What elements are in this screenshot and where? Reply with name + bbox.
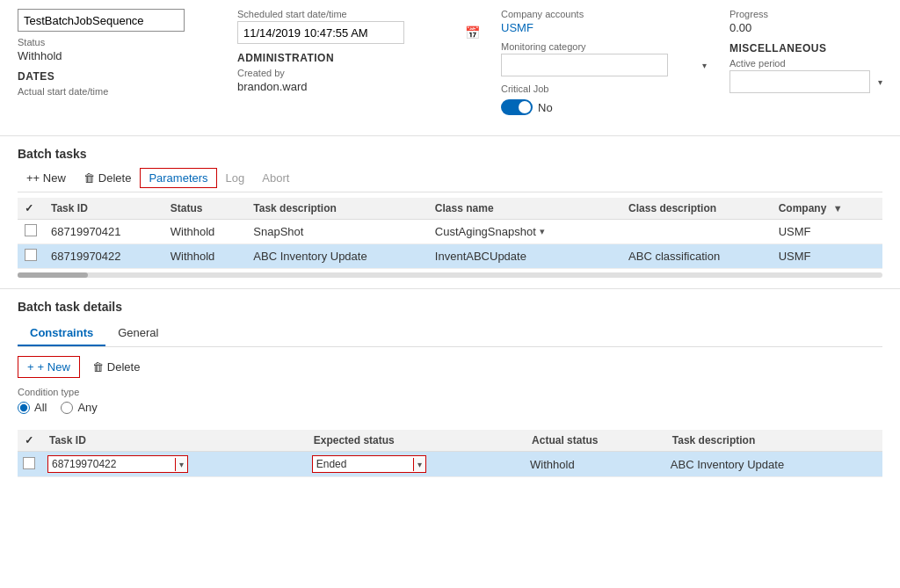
created-by-value: brandon.ward [237, 80, 483, 93]
col-task-id: Task ID [42, 430, 307, 452]
active-period-arrow-icon: ▾ [878, 77, 882, 87]
col-check: ✓ [18, 430, 42, 452]
critical-job-toggle[interactable] [501, 99, 533, 115]
radio-all-label: All [34, 401, 47, 414]
constraints-delete-button[interactable]: 🗑 Delete [83, 357, 149, 377]
critical-job-label: Critical Job [501, 83, 712, 94]
task-id-dropdown-arrow-icon[interactable]: ▾ [175, 458, 187, 471]
condition-type-radio-group: All Any [18, 401, 882, 414]
batch-delete-button[interactable]: 🗑 Delete [75, 168, 141, 188]
active-period-select[interactable] [729, 70, 870, 93]
scheduled-start-input[interactable] [237, 21, 404, 44]
critical-job-value: No [538, 101, 553, 114]
expected-status-arrow-icon[interactable]: ▾ [413, 458, 425, 471]
col-status: Status [163, 198, 247, 220]
col-company: Company ▼ [772, 198, 882, 220]
expected-status-value: Ended [313, 456, 413, 472]
radio-all[interactable]: All [18, 401, 47, 414]
class-dropdown-icon[interactable]: ▾ [540, 226, 545, 237]
batch-tasks-toolbar: + + New 🗑 Delete Parameters Log Abort [18, 168, 882, 192]
filter-icon[interactable]: ▼ [833, 203, 843, 214]
status-cell: Withhold [163, 244, 247, 269]
check-all-icon[interactable]: ✓ [25, 202, 33, 214]
radio-any[interactable]: Any [61, 401, 97, 414]
created-by-label: Created by [237, 68, 483, 78]
task-description-cell: ABC Inventory Update [665, 452, 882, 477]
table-row[interactable]: 68719970421 Withhold SnapShot CustAgingS… [18, 220, 882, 244]
row-checkbox[interactable] [23, 457, 35, 469]
company-value[interactable]: USMF [501, 21, 712, 34]
col-task-id: Task ID [44, 198, 163, 220]
batch-tasks-title: Batch tasks [18, 147, 882, 161]
col-task-description: Task description [246, 198, 428, 220]
col-spacer [604, 198, 621, 220]
condition-type-label: Condition type [18, 387, 882, 397]
status-label: Status [18, 37, 220, 47]
status-cell: Withhold [163, 220, 247, 244]
col-task-description: Task description [665, 430, 882, 452]
miscellaneous-header: MISCELLANEOUS [729, 42, 827, 54]
monitoring-label: Monitoring category [501, 41, 712, 52]
check-all-constraints-icon[interactable]: ✓ [25, 434, 33, 446]
batch-task-details-title: Batch task details [18, 300, 882, 314]
class-name-cell: InventABCUpdate [428, 244, 604, 269]
task-id-cell: 68719970421 [44, 220, 163, 244]
task-id-cell: 68719970422 [44, 244, 163, 269]
tab-general[interactable]: General [105, 321, 171, 346]
actual-status-cell: Withhold [525, 452, 665, 477]
company-label: Company accounts [501, 9, 712, 19]
constraints-table: ✓ Task ID Expected status Actual status … [18, 430, 882, 477]
batch-new-button[interactable]: + + New [18, 168, 75, 188]
status-value: Withhold [18, 49, 220, 62]
col-expected-status: Expected status [307, 430, 525, 452]
batch-log-button[interactable]: Log [217, 168, 254, 188]
plus-icon: + [27, 360, 34, 374]
progress-label: Progress [729, 9, 888, 19]
batch-tasks-table: ✓ Task ID Status Task description Class … [18, 198, 882, 269]
monitoring-arrow-icon: ▾ [702, 61, 707, 70]
class-desc-cell [621, 220, 772, 244]
col-class-name: Class name [428, 198, 604, 220]
col-checkbox: ✓ [18, 198, 44, 220]
table-row[interactable]: 68719970422 ▾ Ended ▾ Withhold ABC Inven… [18, 452, 882, 477]
constraints-toolbar: + + New 🗑 Delete [18, 356, 882, 378]
scrollbar-thumb[interactable] [18, 272, 88, 278]
batch-abort-button[interactable]: Abort [253, 168, 298, 188]
description-cell: SnapShot [246, 220, 428, 244]
plus-icon: + [26, 171, 33, 185]
admin-header: ADMINISTRATION [237, 52, 334, 64]
row-checkbox[interactable] [25, 224, 37, 236]
monitoring-select[interactable] [501, 54, 668, 76]
tab-constraints[interactable]: Constraints [18, 321, 105, 346]
job-name-input[interactable] [18, 9, 185, 32]
description-cell: ABC Inventory Update [246, 244, 428, 269]
table-row[interactable]: 68719970422 Withhold ABC Inventory Updat… [18, 244, 882, 269]
trash-icon: 🗑 [92, 360, 104, 374]
expected-status-dropdown[interactable]: Ended ▾ [312, 455, 426, 473]
batch-parameters-button[interactable]: Parameters [140, 168, 216, 188]
constraints-new-button[interactable]: + + New [18, 356, 80, 378]
scheduled-start-label: Scheduled start date/time [237, 9, 483, 19]
col-actual-status: Actual status [525, 430, 665, 452]
class-desc-cell: ABC classification [621, 244, 772, 269]
company-cell: USMF [772, 244, 882, 269]
active-period-label: Active period [729, 58, 888, 69]
horizontal-scrollbar[interactable] [18, 272, 882, 278]
col-class-description: Class description [621, 198, 772, 220]
task-id-dropdown[interactable]: 68719970422 ▾ [47, 455, 188, 473]
dates-header: DATES [18, 70, 54, 83]
company-cell: USMF [772, 220, 882, 244]
task-id-value: 68719970422 [48, 456, 175, 472]
calendar-icon[interactable]: 📅 [465, 25, 480, 40]
class-name-cell: CustAgingSnapshot ▾ [428, 220, 604, 244]
progress-value: 0.00 [729, 21, 888, 34]
actual-start-label: Actual start date/time [18, 86, 220, 97]
row-checkbox[interactable] [25, 249, 37, 261]
trash-icon: 🗑 [83, 171, 95, 185]
details-tab-bar: Constraints General [18, 321, 882, 347]
radio-any-label: Any [77, 401, 97, 414]
